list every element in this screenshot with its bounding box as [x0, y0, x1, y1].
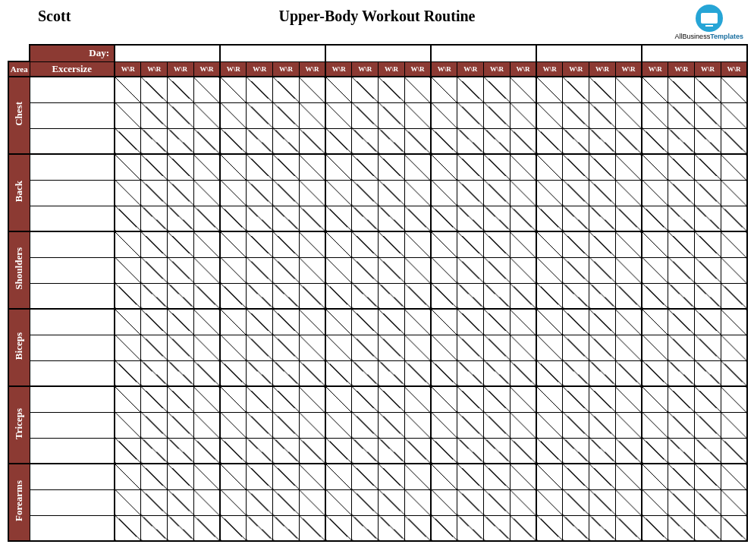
wr-cell[interactable]	[695, 489, 721, 515]
wr-cell[interactable]	[589, 309, 616, 335]
wr-cell[interactable]	[668, 515, 695, 541]
wr-cell[interactable]	[615, 77, 642, 102]
wr-cell[interactable]	[220, 464, 247, 489]
wr-cell[interactable]	[431, 309, 457, 335]
wr-cell[interactable]	[168, 515, 194, 541]
wr-cell[interactable]	[536, 386, 563, 412]
wr-cell[interactable]	[536, 77, 563, 102]
wr-cell[interactable]	[563, 360, 589, 386]
exercise-cell[interactable]	[30, 386, 115, 412]
wr-cell[interactable]	[299, 412, 325, 438]
wr-cell[interactable]	[247, 360, 273, 386]
wr-cell[interactable]	[220, 257, 247, 283]
wr-cell[interactable]	[273, 335, 300, 360]
wr-cell[interactable]	[668, 309, 695, 335]
wr-cell[interactable]	[536, 335, 563, 360]
wr-cell[interactable]	[325, 206, 352, 231]
wr-cell[interactable]	[536, 257, 563, 283]
wr-cell[interactable]	[642, 515, 668, 541]
wr-cell[interactable]	[141, 515, 168, 541]
wr-cell[interactable]	[141, 283, 168, 309]
wr-cell[interactable]	[642, 154, 668, 180]
wr-cell[interactable]	[299, 154, 325, 180]
wr-cell[interactable]	[325, 438, 352, 464]
wr-cell[interactable]	[247, 231, 273, 257]
wr-cell[interactable]	[695, 335, 721, 360]
wr-cell[interactable]	[404, 77, 431, 102]
wr-cell[interactable]	[721, 257, 747, 283]
wr-cell[interactable]	[404, 257, 431, 283]
wr-cell[interactable]	[168, 335, 194, 360]
wr-cell[interactable]	[379, 309, 405, 335]
wr-cell[interactable]	[168, 77, 194, 102]
exercise-cell[interactable]	[30, 438, 115, 464]
wr-cell[interactable]	[721, 335, 747, 360]
wr-cell[interactable]	[168, 154, 194, 180]
wr-cell[interactable]	[457, 438, 484, 464]
wr-cell[interactable]	[404, 206, 431, 231]
wr-cell[interactable]	[721, 515, 747, 541]
wr-cell[interactable]	[273, 77, 300, 102]
wr-cell[interactable]	[115, 386, 141, 412]
wr-cell[interactable]	[299, 206, 325, 231]
wr-cell[interactable]	[668, 283, 695, 309]
wr-cell[interactable]	[141, 438, 168, 464]
wr-cell[interactable]	[404, 180, 431, 206]
wr-cell[interactable]	[510, 309, 536, 335]
wr-cell[interactable]	[563, 283, 589, 309]
wr-cell[interactable]	[589, 515, 616, 541]
wr-cell[interactable]	[642, 489, 668, 515]
wr-cell[interactable]	[404, 231, 431, 257]
wr-cell[interactable]	[352, 515, 379, 541]
wr-cell[interactable]	[668, 206, 695, 231]
wr-cell[interactable]	[484, 154, 511, 180]
wr-cell[interactable]	[299, 386, 325, 412]
wr-cell[interactable]	[615, 515, 642, 541]
wr-cell[interactable]	[193, 283, 220, 309]
wr-cell[interactable]	[299, 464, 325, 489]
wr-cell[interactable]	[379, 180, 405, 206]
wr-cell[interactable]	[615, 154, 642, 180]
wr-cell[interactable]	[721, 309, 747, 335]
wr-cell[interactable]	[404, 335, 431, 360]
wr-cell[interactable]	[193, 257, 220, 283]
wr-cell[interactable]	[168, 128, 194, 154]
wr-cell[interactable]	[247, 128, 273, 154]
wr-cell[interactable]	[484, 102, 511, 128]
wr-cell[interactable]	[484, 360, 511, 386]
wr-cell[interactable]	[115, 257, 141, 283]
wr-cell[interactable]	[352, 283, 379, 309]
wr-cell[interactable]	[721, 438, 747, 464]
wr-cell[interactable]	[247, 464, 273, 489]
wr-cell[interactable]	[220, 360, 247, 386]
wr-cell[interactable]	[589, 154, 616, 180]
wr-cell[interactable]	[615, 128, 642, 154]
wr-cell[interactable]	[431, 515, 457, 541]
wr-cell[interactable]	[510, 102, 536, 128]
wr-cell[interactable]	[141, 180, 168, 206]
wr-cell[interactable]	[642, 231, 668, 257]
wr-cell[interactable]	[220, 283, 247, 309]
wr-cell[interactable]	[115, 360, 141, 386]
wr-cell[interactable]	[193, 489, 220, 515]
wr-cell[interactable]	[247, 515, 273, 541]
wr-cell[interactable]	[115, 309, 141, 335]
wr-cell[interactable]	[352, 438, 379, 464]
wr-cell[interactable]	[141, 154, 168, 180]
wr-cell[interactable]	[247, 309, 273, 335]
wr-cell[interactable]	[193, 515, 220, 541]
wr-cell[interactable]	[273, 128, 300, 154]
wr-cell[interactable]	[615, 438, 642, 464]
wr-cell[interactable]	[352, 464, 379, 489]
wr-cell[interactable]	[589, 128, 616, 154]
exercise-cell[interactable]	[30, 77, 115, 102]
wr-cell[interactable]	[299, 283, 325, 309]
wr-cell[interactable]	[168, 412, 194, 438]
wr-cell[interactable]	[642, 309, 668, 335]
wr-cell[interactable]	[404, 360, 431, 386]
wr-cell[interactable]	[484, 77, 511, 102]
wr-cell[interactable]	[457, 231, 484, 257]
wr-cell[interactable]	[457, 489, 484, 515]
wr-cell[interactable]	[220, 180, 247, 206]
wr-cell[interactable]	[273, 464, 300, 489]
